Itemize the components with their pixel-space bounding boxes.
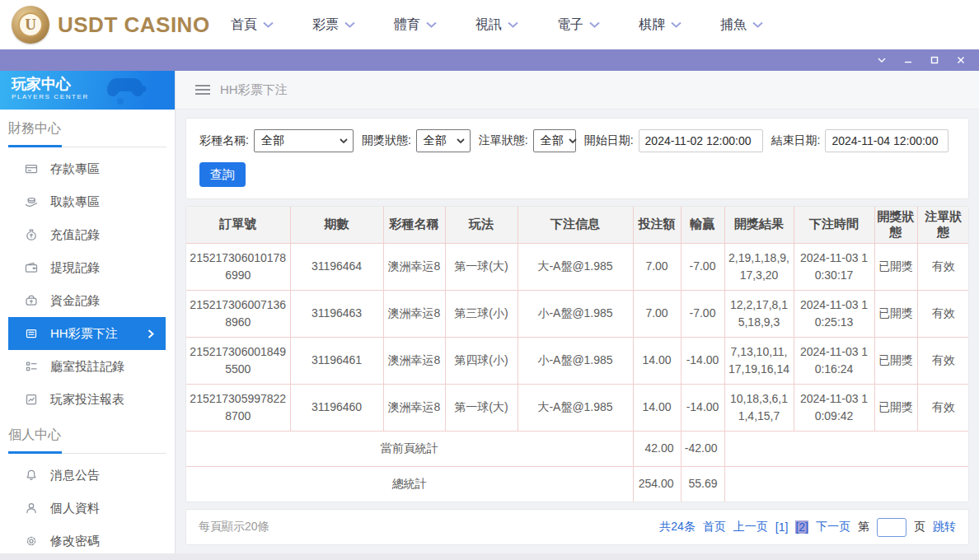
- brand-logo[interactable]: U USDT CASINO: [0, 6, 196, 44]
- page-2-link-current[interactable]: [2]: [795, 520, 808, 534]
- sidebar-item-player-bet-report[interactable]: 玩家投注報表: [0, 383, 175, 416]
- sidebar-item-funds-record[interactable]: 資金記錄: [0, 284, 175, 317]
- chevron-down-icon: [671, 21, 682, 28]
- start-date-input[interactable]: [639, 129, 763, 152]
- col-win-loss: 輸贏: [681, 207, 724, 243]
- main-content: HH彩票下注 彩種名稱: 全部 開獎狀態: 全部: [176, 71, 979, 553]
- logo-letter: U: [18, 12, 43, 37]
- search-button[interactable]: 查詢: [199, 162, 246, 187]
- total-count: 共24条: [659, 520, 696, 534]
- sidebar-item-label: 玩家投注報表: [50, 392, 124, 408]
- bets-table: 訂單號 期數 彩種名稱 玩法 下注信息 投注額 輸贏 開獎結果 下注時間 開獎狀…: [186, 207, 969, 502]
- nav-item-video[interactable]: 視訊: [475, 16, 518, 34]
- select-value: 全部: [261, 133, 284, 148]
- cell-lottery-name: 澳洲幸运8: [383, 243, 445, 290]
- chevron-down-icon: [569, 138, 577, 143]
- col-bet-info: 下注信息: [518, 207, 633, 243]
- section-underline: [8, 451, 166, 454]
- section-title-personal: 個人中心: [0, 416, 175, 451]
- page-summary-row: 當前頁統計 42.00 -42.00: [186, 431, 969, 466]
- window-minimize-icon[interactable]: [895, 49, 921, 71]
- sidebar-item-change-password[interactable]: 修改密碼: [0, 525, 175, 558]
- nav-label: 視訊: [475, 16, 502, 34]
- cell-play: 第一球(大): [445, 384, 518, 431]
- next-page-link[interactable]: 下一页: [816, 520, 850, 534]
- table-row: 2152173060101786990 31196464 澳洲幸运8 第一球(大…: [186, 243, 969, 290]
- sidebar-item-room-bet-record[interactable]: 廳室投註記錄: [0, 350, 175, 383]
- sidebar-item-profile[interactable]: 個人資料: [0, 492, 175, 525]
- cell-order-status: 有效: [917, 337, 969, 384]
- finance-menu: 存款專區 取款專區 充值記錄 提現記錄: [0, 147, 175, 416]
- gamepad-icon: [105, 75, 152, 105]
- window-maximize-icon[interactable]: [921, 49, 948, 71]
- sidebar-item-hh-lottery-bet[interactable]: HH彩票下注: [8, 317, 166, 350]
- withdraw-hand-icon: [25, 195, 39, 209]
- chevron-down-icon: [263, 21, 274, 28]
- cell-win-loss: -14.00: [681, 384, 724, 431]
- nav-item-slots[interactable]: 電子: [557, 16, 600, 34]
- nav-item-home[interactable]: 首頁: [231, 16, 274, 34]
- cell-draw-status: 已開獎: [874, 243, 917, 290]
- nav-label: 體育: [394, 16, 420, 34]
- select-value: 全部: [424, 133, 447, 148]
- chevron-down-icon: [340, 138, 348, 143]
- cell-win-loss: -7.00: [681, 243, 724, 290]
- table-row: 2152173059978228700 31196460 澳洲幸运8 第一球(大…: [186, 384, 969, 431]
- menu-toggle-icon[interactable]: [195, 85, 210, 95]
- sidebar-item-recharge-record[interactable]: 充值記錄: [0, 218, 175, 251]
- page-jump-input[interactable]: [877, 518, 906, 537]
- cell-bet-amount: 14.00: [633, 384, 681, 431]
- breadcrumb: HH彩票下注: [176, 71, 979, 110]
- sidebar-item-label: HH彩票下注: [50, 326, 118, 342]
- cell-order-no: 2152173060071368960: [186, 290, 290, 337]
- sidebar-item-announcements[interactable]: 消息公告: [0, 459, 175, 492]
- sidebar-item-deposit[interactable]: 存款專區: [0, 152, 175, 185]
- nav-item-fishing[interactable]: 捕魚: [720, 16, 763, 34]
- section-title-finance: 財務中心: [0, 110, 175, 145]
- sidebar: 玩家中心 PLAYERS CENTER 財務中心 存款專區: [0, 71, 176, 553]
- first-page-link[interactable]: 首页: [703, 520, 726, 534]
- section-underline: [8, 145, 166, 147]
- nav-label: 電子: [557, 16, 583, 34]
- window-close-icon[interactable]: [948, 49, 974, 71]
- col-period: 期數: [290, 207, 383, 243]
- prev-page-link[interactable]: 上一页: [733, 520, 768, 534]
- cell-bet-info: 小-A盤@1.985: [518, 290, 633, 337]
- chevron-down-icon: [589, 21, 600, 28]
- summary-label: 總統計: [186, 466, 633, 502]
- bets-table-panel: 訂單號 期數 彩種名稱 玩法 下注信息 投注額 輸贏 開獎結果 下注時間 開獎狀…: [185, 206, 969, 502]
- nav-item-cards[interactable]: 棋牌: [639, 16, 682, 34]
- lottery-name-select[interactable]: 全部: [254, 129, 354, 152]
- chevron-down-icon: [508, 21, 518, 28]
- chevron-right-icon: [148, 329, 154, 338]
- start-date-label: 開始日期:: [584, 133, 634, 148]
- order-status-select[interactable]: 全部: [533, 129, 576, 152]
- cell-order-no: 2152173059978228700: [186, 384, 290, 431]
- end-date-label: 結束日期:: [771, 133, 821, 148]
- summary-bet-amount: 254.00: [633, 466, 681, 502]
- cell-draw-result: 7,13,10,11,17,19,16,14: [724, 337, 794, 384]
- col-bet-time: 下注時間: [794, 207, 874, 243]
- cell-period: 31196460: [290, 384, 383, 431]
- sidebar-item-label: 提現記錄: [50, 260, 100, 276]
- table-row: 2152173060071368960 31196463 澳洲幸运8 第三球(小…: [186, 290, 969, 337]
- chevron-down-icon: [344, 21, 355, 28]
- top-bar: U USDT CASINO 首頁 彩票 體育 視訊 電子 棋牌 捕魚: [0, 0, 979, 49]
- col-play: 玩法: [445, 207, 518, 243]
- sidebar-item-withdraw[interactable]: 取款專區: [0, 185, 175, 218]
- sidebar-item-withdrawal-record[interactable]: 提現記錄: [0, 251, 175, 284]
- jump-button[interactable]: 跳转: [933, 520, 956, 534]
- select-value: 全部: [541, 133, 564, 148]
- draw-status-select[interactable]: 全部: [416, 129, 471, 152]
- chevron-down-icon: [457, 138, 465, 143]
- sidebar-item-label: 存款專區: [50, 161, 100, 177]
- nav-item-lottery[interactable]: 彩票: [312, 16, 355, 34]
- sidebar-item-label: 修改密碼: [50, 534, 100, 549]
- window-chevron-down-icon[interactable]: [869, 49, 895, 71]
- cell-draw-status: 已開獎: [874, 290, 917, 337]
- page-1-link[interactable]: [1]: [775, 520, 789, 534]
- cell-lottery-name: 澳洲幸运8: [383, 384, 445, 431]
- end-date-input[interactable]: [825, 129, 949, 152]
- sidebar-item-label: 個人資料: [50, 501, 100, 516]
- nav-item-sports[interactable]: 體育: [394, 16, 437, 34]
